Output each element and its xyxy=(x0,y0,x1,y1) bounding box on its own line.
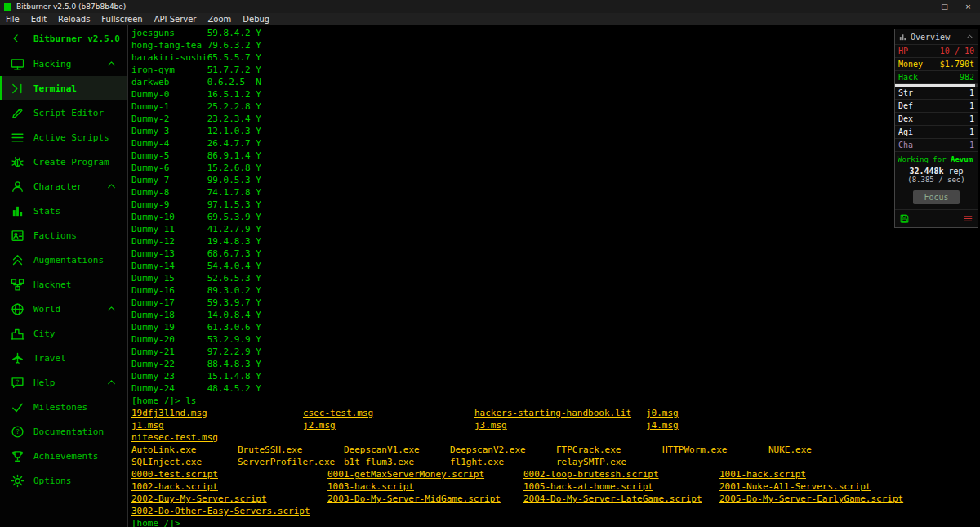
sidebar-item-active-scripts[interactable]: Active Scripts xyxy=(0,125,127,150)
file-serverprofiler-exe: ServerProfiler.exe xyxy=(238,457,335,467)
sidebar-section-world[interactable]: World xyxy=(0,297,127,321)
chevron-up-icon[interactable] xyxy=(106,59,117,69)
stat-row-str: Str1 xyxy=(895,87,978,100)
file-j1-msg[interactable]: j1.msg xyxy=(131,420,164,431)
sidebar-item-achievements[interactable]: Achievements xyxy=(0,444,127,468)
sidebar-item-options[interactable]: Options xyxy=(0,468,127,493)
file-2002-buy-my-server-script[interactable]: 2002-Buy-My-Server.script xyxy=(131,494,267,504)
chevron-up-icon[interactable] xyxy=(106,304,117,315)
terminal-output[interactable]: joesguns 59.8.4.2 Yhong-fang-tea 79.6.3.… xyxy=(128,25,980,527)
sidebar-item-script-editor[interactable]: Script Editor xyxy=(0,100,127,125)
sidebar-section-hacking[interactable]: Hacking xyxy=(0,51,127,76)
pencil-icon xyxy=(11,106,24,120)
ls-cell: SQLInject.exe xyxy=(131,456,238,468)
menu-debug[interactable]: Debug xyxy=(237,15,275,24)
scan-row: Dummy-15 52.6.5.3 Y xyxy=(131,272,980,284)
menu-bar: FileEditReloadsFullscreenAPI ServerZoomD… xyxy=(0,13,980,25)
file-1005-hack-at-home-script[interactable]: 1005-hack-at-home.script xyxy=(523,481,653,492)
sidebar-section-help[interactable]: ?Help xyxy=(0,370,127,395)
ls-cell: b1t_flum3.exe xyxy=(344,456,450,468)
scan-row: Dummy-12 19.4.8.3 Y xyxy=(131,235,980,248)
sidebar-header[interactable]: Bitburner v2.5.0 xyxy=(0,25,127,51)
file-2003-do-my-server-midgame-script[interactable]: 2003-Do-My-Server-MidGame.script xyxy=(327,494,501,504)
sidebar-item-hacknet[interactable]: Hacknet xyxy=(0,272,127,297)
maximize-button[interactable]: □ xyxy=(933,0,956,13)
chevron-left-icon[interactable] xyxy=(11,33,22,44)
file-deepscanv2-exe: DeepscanV2.exe xyxy=(450,444,526,455)
sidebar-item-label: Script Editor xyxy=(33,108,104,118)
scan-row: Dummy-16 89.3.0.2 Y xyxy=(131,284,980,297)
ls-cell: j1.msg xyxy=(131,419,303,431)
ls-cell: 19dfj3l1nd.msg xyxy=(131,407,303,419)
overview-header[interactable]: Overview xyxy=(895,29,978,45)
file-csec-test-msg[interactable]: csec-test.msg xyxy=(303,408,373,418)
file-1003-hack-script[interactable]: 1003-hack.script xyxy=(327,481,414,492)
stat-value: 1 xyxy=(969,101,974,110)
close-button[interactable]: × xyxy=(956,0,980,13)
file-j2-msg[interactable]: j2.msg xyxy=(303,420,336,431)
scan-row: Dummy-6 15.2.6.8 Y xyxy=(131,162,980,174)
ls-cell: 1003-hack.script xyxy=(327,480,523,493)
sidebar-item-stats[interactable]: Stats xyxy=(0,199,127,223)
sidebar-section-label: World xyxy=(33,304,60,315)
sidebar-section-character[interactable]: Character xyxy=(0,174,127,199)
menu-file[interactable]: File xyxy=(0,15,25,24)
file-j3-msg[interactable]: j3.msg xyxy=(474,420,507,431)
file-2004-do-my-server-lategame-script[interactable]: 2004-Do-My-Server-LateGame.script xyxy=(523,494,702,504)
menu-reloads[interactable]: Reloads xyxy=(52,15,96,24)
ls-cell: j2.msg xyxy=(303,419,474,431)
file-0000-test-script[interactable]: 0000-test.script xyxy=(131,469,218,480)
file-19dfj3l1nd-msg[interactable]: 19dfj3l1nd.msg xyxy=(131,408,207,418)
file-2005-do-my-server-earlygame-script[interactable]: 2005-Do-My-Server-EarlyGame.script xyxy=(719,494,903,504)
app-icon xyxy=(4,3,11,11)
stat-value: 1 xyxy=(969,141,974,150)
file-j4-msg[interactable]: j4.msg xyxy=(646,420,679,431)
stat-value: 1 xyxy=(969,88,974,97)
sidebar-item-augmentations[interactable]: Augmentations xyxy=(0,248,127,272)
file-j0-msg[interactable]: j0.msg xyxy=(646,408,679,418)
file-1001-hack-script[interactable]: 1001-hack.script xyxy=(719,469,806,480)
kill-scripts-icon[interactable] xyxy=(963,213,973,224)
sidebar-item-documentation[interactable]: ?Documentation xyxy=(0,419,127,444)
terminal-prompt[interactable]: [home /]> xyxy=(131,517,980,527)
stat-label: Hack xyxy=(898,73,918,82)
minimize-button[interactable]: – xyxy=(909,0,933,13)
sidebar-section-label: Help xyxy=(33,377,56,388)
ls-cell: AutoLink.exe xyxy=(131,444,238,456)
focus-row: Focus xyxy=(895,185,978,210)
stat-row-money: Money$1.790t xyxy=(895,58,978,71)
file-0002-loop-brutessh-script[interactable]: 0002-loop-brutessh.script xyxy=(523,469,659,480)
focus-button[interactable]: Focus xyxy=(913,190,959,204)
ls-cell: nitesec-test.msg xyxy=(131,431,303,444)
stat-row-hp: HP10 / 10 xyxy=(895,45,978,58)
chevron-up-icon[interactable] xyxy=(106,377,117,388)
svg-text:?: ? xyxy=(16,377,19,385)
chevron-up-icon[interactable] xyxy=(106,181,117,192)
sidebar-item-terminal[interactable]: Terminal xyxy=(0,76,127,100)
sidebar-item-factions[interactable]: Factions xyxy=(0,223,127,248)
sidebar-item-create-program[interactable]: Create Program xyxy=(0,150,127,174)
file-hackers-starting-handbook-lit[interactable]: hackers-starting-handbook.lit xyxy=(474,408,631,418)
ls-cell: 0000-test.script xyxy=(131,468,327,480)
menu-fullscreen[interactable]: Fullscreen xyxy=(96,15,148,24)
menu-edit[interactable]: Edit xyxy=(25,15,52,24)
sidebar-item-travel[interactable]: Travel xyxy=(0,346,127,370)
scan-row: Dummy-5 86.9.1.4 Y xyxy=(131,150,980,162)
stats-icon xyxy=(11,204,24,218)
menu-api-server[interactable]: API Server xyxy=(149,15,203,24)
sidebar-item-label: Hacknet xyxy=(33,279,71,290)
sidebar-item-milestones[interactable]: Milestones xyxy=(0,395,127,419)
ls-cell: 2003-Do-My-Server-MidGame.script xyxy=(327,493,523,505)
menu-zoom[interactable]: Zoom xyxy=(202,15,237,24)
file-1002-hack-script[interactable]: 1002-hack.script xyxy=(131,481,218,492)
sidebar-item-city[interactable]: City xyxy=(0,321,127,346)
scan-row: Dummy-11 41.2.7.9 Y xyxy=(131,223,980,235)
file-nitesec-test-msg[interactable]: nitesec-test.msg xyxy=(131,432,218,443)
file-3002-do-other-easy-servers-script[interactable]: 3002-Do-Other-Easy-Servers.script xyxy=(131,506,310,516)
file-0001-getmaxservermoney-script[interactable]: 0001-getMaxServerMoney.script xyxy=(327,469,484,480)
save-icon[interactable] xyxy=(899,213,910,224)
file-2001-nuke-all-servers-script[interactable]: 2001-Nuke-All-Servers.script xyxy=(719,481,871,492)
window-title: Bitburner v2.5.0 (b87b8b4be) xyxy=(16,2,126,11)
scan-row: Dummy-4 26.4.7.7 Y xyxy=(131,137,980,150)
collapse-icon[interactable] xyxy=(965,33,974,42)
